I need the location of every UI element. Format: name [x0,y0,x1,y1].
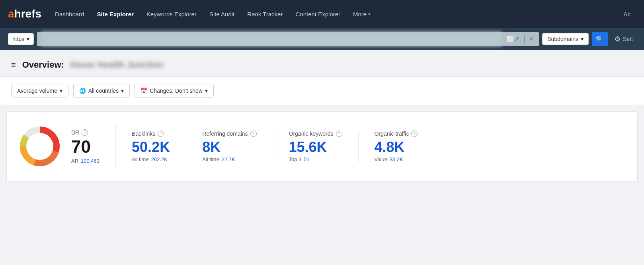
nav-item-site-audit[interactable]: Site Audit [204,8,240,21]
referring-domains-value: 8K [202,139,256,155]
search-bar: https ▾ ⬜↗ × Subdomains ▾ 🔍 ⚙ Sett [0,28,644,50]
volume-chevron-icon: ▾ [60,88,62,94]
logo-a: a [8,8,14,19]
backlinks-sub-label: All time [132,156,149,162]
logo-hrefs: hrefs [14,8,41,19]
nav-item-keywords-explorer[interactable]: Keywords Explorer [141,8,202,21]
referring-domains-help-icon[interactable]: ? [250,131,257,137]
backlinks-section: Backlinks ? 50.2K All time 262.2K [116,131,186,163]
external-link-icon[interactable]: ⬜↗ [505,35,521,43]
globe-icon: 🌐 [79,88,86,94]
donut-svg [18,125,62,168]
countries-chevron-icon: ▾ [121,88,124,94]
dr-label: DR ? [71,129,100,136]
nav-item-content-explorer[interactable]: Content Explorer [290,8,346,21]
dr-value: 70 [71,138,100,156]
organic-keywords-value: 15.6K [289,139,342,155]
backlinks-sub: All time 262.2K [132,156,170,162]
more-label: More [353,11,367,18]
referring-domains-label: Referring domains ? [202,131,256,137]
ar-label: AR [71,158,78,164]
referring-domains-sub: All time 22.7K [202,156,256,162]
logo[interactable]: ahrefs [8,8,41,19]
search-divider [524,35,525,43]
organic-keywords-sub: Top 3 51 [289,156,342,162]
subdomains-dropdown[interactable]: Subdomains ▾ [542,33,589,45]
volume-filter-button[interactable]: Average volume ▾ [11,84,68,97]
overview-domain: Hover Health Junction [70,60,163,70]
gear-icon: ⚙ [614,35,621,43]
organic-traffic-label: Organic traffic ? [375,131,418,137]
organic-traffic-help-icon[interactable]: ? [411,131,418,137]
url-input-blurred[interactable] [41,32,502,46]
changes-chevron-icon: ▾ [205,88,208,94]
organic-keywords-top3-value[interactable]: 51 [304,156,309,162]
protocol-chevron-icon: ▾ [27,36,29,42]
subdomains-chevron-icon: ▾ [581,36,584,42]
backlinks-help-icon[interactable]: ? [158,131,164,137]
protocol-label: https [12,36,24,42]
dr-section: DR ? 70 AR 100,463 [18,125,116,168]
url-input-wrap: ⬜↗ × [37,32,539,46]
search-button[interactable]: 🔍 [592,32,608,46]
backlinks-label: Backlinks ? [132,131,170,137]
organic-keywords-section: Organic keywords ? 15.6K Top 3 51 [273,131,359,163]
overview-title: Overview: [22,60,64,70]
nav-item-dashboard[interactable]: Dashboard [49,8,90,21]
top-navigation: ahrefs Dashboard Site Explorer Keywords … [0,0,644,28]
filter-bar: Average volume ▾ 🌐 All countries ▾ 📅 Cha… [0,76,644,105]
changes-filter-label: Changes: Don't show [150,88,203,94]
organic-keywords-sub-label: Top 3 [289,156,302,162]
calendar-icon: 📅 [141,88,147,94]
hamburger-icon[interactable]: ≡ [11,60,16,70]
more-chevron-icon: ▾ [368,12,370,16]
account-label[interactable]: Ac [618,8,636,21]
countries-filter-button[interactable]: 🌐 All countries ▾ [73,84,130,97]
settings-button[interactable]: ⚙ Sett [611,35,636,43]
referring-domains-all-time-value[interactable]: 22.7K [222,156,235,162]
metrics-card: DR ? 70 AR 100,463 Backlinks ? 50.2K All… [6,111,638,181]
clear-search-icon[interactable]: × [528,35,535,43]
nav-item-more[interactable]: More ▾ [347,8,376,21]
protocol-dropdown[interactable]: https ▾ [8,33,34,45]
dr-help-icon[interactable]: ? [82,129,88,136]
organic-traffic-value: 4.8K [375,139,418,155]
referring-domains-section: Referring domains ? 8K All time 22.7K [186,131,273,163]
search-icon: 🔍 [596,35,604,43]
nav-item-rank-tracker[interactable]: Rank Tracker [242,8,288,21]
ar-value[interactable]: 100,463 [81,158,100,164]
backlinks-value: 50.2K [132,139,170,155]
organic-traffic-sub: Value $3.2K [375,156,418,162]
settings-label: Sett [623,36,633,42]
page-content: ≡ Overview: Hover Health Junction Averag… [0,50,644,181]
nav-item-site-explorer[interactable]: Site Explorer [91,8,139,21]
referring-domains-sub-label: All time [202,156,219,162]
backlinks-all-time-value[interactable]: 262.2K [151,156,168,162]
organic-traffic-value-value[interactable]: $3.2K [390,156,403,162]
countries-filter-label: All countries [88,88,119,94]
dr-donut-chart [18,125,62,168]
overview-header: ≡ Overview: Hover Health Junction [0,50,644,76]
organic-keywords-label: Organic keywords ? [289,131,342,137]
dr-sub: AR 100,463 [71,158,100,164]
changes-filter-button[interactable]: 📅 Changes: Don't show ▾ [135,84,214,97]
organic-keywords-help-icon[interactable]: ? [336,131,342,137]
subdomains-label: Subdomains [547,36,578,42]
organic-traffic-section: Organic traffic ? 4.8K Value $3.2K [359,131,434,163]
dr-info: DR ? 70 AR 100,463 [71,129,100,164]
organic-traffic-sub-label: Value [375,156,387,162]
volume-filter-label: Average volume [17,88,57,94]
